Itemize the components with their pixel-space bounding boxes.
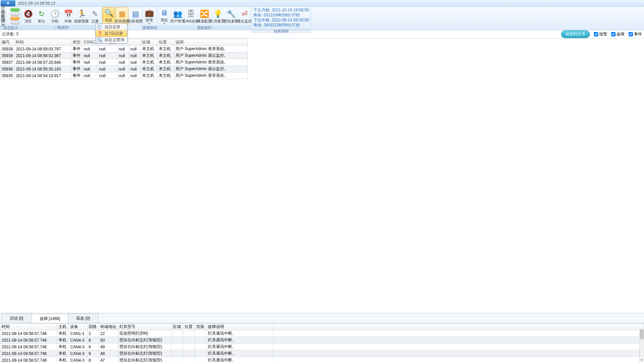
checkbox-fault[interactable]: 故障: [611, 31, 625, 37]
table-row[interactable]: 2021-09-14 08:58:57.746本机CAN1-1222应急照明灯(…: [0, 330, 644, 337]
layout-icon: ▦: [117, 9, 127, 19]
group-caption-status: 状态提示: [0, 25, 21, 30]
title-time: 2021-09-14 08:59:13: [18, 1, 55, 6]
channel-config-button[interactable]: 🔀通道配置: [198, 7, 211, 25]
table-row[interactable]: 359362021-09-14 08:55:30.193事件nullnullnu…: [0, 66, 248, 72]
info-button[interactable]: 🔍信息▼: [102, 7, 115, 25]
table-cell: 事件: [71, 59, 82, 66]
scroll-down-arrow-icon[interactable]: ▼: [640, 358, 644, 362]
col-header[interactable]: 主机: [57, 324, 69, 330]
channel-icon: 🔀: [200, 9, 209, 19]
col-header[interactable]: [129, 39, 141, 46]
table-cell: 35936: [0, 66, 14, 72]
checkbox-alarm-input[interactable]: [594, 32, 598, 36]
tab-emerg[interactable]: 应急 [0]: [68, 314, 98, 323]
exit-icon: ⏎: [240, 9, 249, 19]
table-row[interactable]: 2021-09-14 08:58:57.746本机CAN4-3850壁挂左向标志…: [0, 337, 644, 344]
col-header[interactable]: 页面: [195, 324, 207, 330]
col-header[interactable]: 终端地址: [99, 324, 118, 330]
table-cell: null: [98, 52, 117, 59]
table-cell: 壁挂右向标志灯(智能型): [118, 344, 172, 350]
year-check-button[interactable]: 📅年检: [62, 7, 75, 25]
status-indicators: 启动: 应急: 故障: 消声:: [0, 7, 21, 25]
main-table-wrap: 编号时间类型CAN口CAN地址区域位置说明 359392021-09-14 08…: [0, 39, 644, 313]
table-cell: 2: [87, 330, 99, 337]
table-cell: [172, 337, 183, 344]
col-header[interactable]: 故障说明: [207, 324, 274, 330]
table-cell: 本主机: [141, 59, 157, 66]
table-cell: [183, 337, 195, 344]
table-cell: 本主机: [141, 46, 157, 52]
table-row[interactable]: 359392021-09-14 08:59:03.797事件nullnullnu…: [0, 46, 248, 52]
register-button[interactable]: ✎注册: [89, 7, 101, 25]
table-cell: 本机: [57, 337, 69, 344]
table-row[interactable]: 2021-09-14 08:58:57.746本机CAN4-3847壁挂左向标志…: [0, 357, 644, 362]
col-header[interactable]: 时间: [14, 39, 71, 46]
col-header[interactable]: 设备: [69, 324, 87, 330]
search-icon: 🔍: [96, 37, 102, 43]
col-header[interactable]: 灯具型号: [118, 324, 172, 330]
monitor-icon: 🖥: [159, 8, 169, 18]
checkbox-event-input[interactable]: [629, 32, 633, 36]
col-header[interactable]: 位置: [157, 39, 174, 46]
table-cell: [172, 330, 183, 337]
checkbox-fault-input[interactable]: [611, 32, 616, 36]
checkbox-alarm[interactable]: 报警: [594, 31, 607, 37]
dropdown-item-custom[interactable]: 🔍自定义查询: [96, 36, 127, 43]
main-table[interactable]: 编号时间类型CAN口CAN地址区域位置说明 359392021-09-14 08…: [0, 39, 248, 79]
dropdown-item-today[interactable]: ⓘ当日记录: [96, 24, 127, 30]
speaker-mute-icon: 🔇: [23, 9, 33, 19]
system-param-button[interactable]: 🔧系统参数: [225, 7, 237, 25]
can-device-button[interactable]: 🗄CAN设备: [185, 7, 197, 25]
col-header[interactable]: 区域: [172, 324, 183, 330]
manage-button[interactable]: 💼管理▼: [143, 7, 155, 25]
vertical-scrollbar[interactable]: ▼: [639, 329, 644, 362]
lamp-config-button[interactable]: 💡灯具配置: [211, 7, 224, 25]
mute-button[interactable]: 🔇消音: [22, 7, 34, 25]
table-row[interactable]: 359372021-09-14 08:57:25.640事件nullnullnu…: [0, 59, 248, 66]
table-row[interactable]: 2021-09-14 08:58:57.746本机CAN4-3848壁挂右向标志…: [0, 350, 644, 357]
table-cell: null: [98, 46, 117, 52]
group-caption-general: 一般操作: [21, 25, 102, 30]
table-cell: [183, 350, 195, 357]
col-header[interactable]: 位置: [183, 324, 195, 330]
save-to-file-button[interactable]: 保存到文件: [561, 30, 590, 38]
table-cell: null: [117, 46, 129, 52]
briefcase-icon: 💼: [144, 8, 154, 18]
system-button[interactable]: 🖥系统▼: [158, 7, 171, 25]
cycle-line1: 下次月检: 2021-10-16 18:58:50: [253, 8, 309, 13]
checkbox-event[interactable]: 事件: [629, 31, 642, 37]
table-cell: 本主机: [157, 52, 174, 59]
table-cell: 用户 SuperAdmin 登录系统。: [174, 72, 248, 79]
pencil-icon: ✎: [90, 9, 100, 19]
reset-button[interactable]: ↻复位: [35, 7, 48, 25]
table-cell: null: [82, 52, 98, 59]
table-cell: null: [98, 66, 117, 72]
col-header[interactable]: 编号: [0, 39, 14, 46]
cycle-line4: 剩余: 364日23时59分37秒: [253, 23, 309, 28]
table-cell: null: [82, 66, 98, 72]
scrollbar-thumb[interactable]: [640, 329, 644, 339]
col-header[interactable]: 说明: [174, 39, 248, 46]
dropdown-item-7days[interactable]: ❓近7日记录: [96, 30, 127, 37]
month-check-button[interactable]: 🕒月检: [48, 7, 61, 25]
table-row[interactable]: 359352021-09-14 08:54:10.917事件nullnullnu…: [0, 72, 248, 79]
table-cell: null: [117, 52, 129, 59]
list-view-button[interactable]: ▤列表视图: [129, 7, 142, 25]
table-cell: 灯具通讯中断。: [207, 330, 274, 337]
exit-monitor-button[interactable]: ⏎退出监控: [238, 7, 251, 25]
tab-fault[interactable]: 故障 [1486]: [31, 314, 69, 323]
table-row[interactable]: 2021-09-14 08:58:57.746本机CAN4-3849壁挂右向标志…: [0, 344, 644, 350]
col-header[interactable]: 区域: [141, 39, 157, 46]
wrench-icon: 🔧: [226, 9, 236, 19]
table-row[interactable]: 359382021-09-14 08:58:02.987事件nullnullnu…: [0, 52, 248, 59]
layout-view-button[interactable]: ▦布局视图: [116, 7, 128, 25]
bottom-table[interactable]: 时间主机设备回路终端地址灯具型号区域位置页面故障说明 2021-09-14 08…: [0, 323, 644, 362]
user-manage-button[interactable]: 👥用户管理: [171, 7, 184, 25]
tab-start[interactable]: 启动 [0]: [1, 314, 32, 323]
col-header[interactable]: 类型: [71, 39, 82, 46]
table-cell: [172, 350, 183, 357]
evacuation-plan-button[interactable]: 🏃疏散预案: [75, 7, 88, 25]
col-header[interactable]: 回路: [87, 324, 99, 330]
col-header[interactable]: 时间: [0, 324, 57, 330]
